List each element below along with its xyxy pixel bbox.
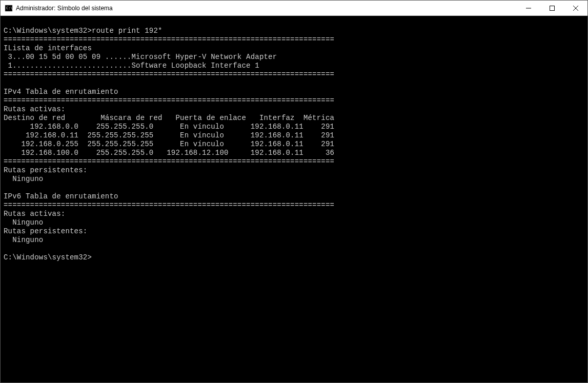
- separator: ========================================…: [4, 70, 334, 78]
- iface-row: 1...........................Software Loo…: [4, 62, 259, 70]
- none-text: Ninguno: [4, 236, 43, 244]
- route-row: 192.168.0.255 255.255.255.255 En vínculo…: [4, 140, 334, 148]
- separator: ========================================…: [4, 201, 334, 209]
- close-button[interactable]: [564, 1, 587, 15]
- routes-persist: Rutas persistentes:: [4, 166, 87, 174]
- ipv6-title: IPv6 Tabla de enrutamiento: [4, 192, 118, 200]
- none-text: Ninguno: [4, 218, 43, 227]
- separator: ========================================…: [4, 157, 334, 166]
- titlebar-left: C:\ Administrador: Símbolo del sistema: [1, 4, 113, 12]
- window-controls: [517, 1, 587, 15]
- ipv4-title: IPv4 Tabla de enrutamiento: [4, 88, 118, 96]
- prompt: C:\Windows\system32>: [4, 253, 92, 261]
- iface-header: ILista de interfaces: [4, 44, 92, 52]
- command-text: route print 192*: [92, 27, 163, 35]
- routes-persist: Rutas persistentes:: [4, 227, 87, 235]
- prompt: C:\Windows\system32>: [4, 27, 92, 35]
- routes-header: Destino de red Máscara de red Puerta de …: [4, 114, 334, 122]
- iface-row: 3...00 15 5d 00 05 09 ......Microsoft Hy…: [4, 53, 277, 61]
- none-text: Ninguno: [4, 175, 43, 183]
- prompt-line: C:\Windows\system32>route print 192*: [4, 27, 163, 35]
- routes-active: Rutas activas:: [4, 105, 65, 113]
- separator: ========================================…: [4, 35, 334, 44]
- console-output[interactable]: C:\Windows\system32>route print 192* ===…: [1, 16, 587, 382]
- maximize-button[interactable]: [540, 1, 564, 15]
- cmd-icon: C:\: [5, 4, 13, 12]
- route-row: 192.168.100.0 255.255.255.0 192.168.12.1…: [4, 149, 334, 157]
- routes-active: Rutas activas:: [4, 210, 65, 218]
- svg-text:C:\: C:\: [6, 6, 13, 10]
- window-title: Administrador: Símbolo del sistema: [16, 5, 113, 12]
- route-row: 192.168.0.0 255.255.255.0 En vínculo 192…: [4, 123, 334, 131]
- svg-rect-3: [550, 6, 555, 10]
- separator: ========================================…: [4, 96, 334, 105]
- minimize-button[interactable]: [517, 1, 540, 15]
- route-row: 192.168.0.11 255.255.255.255 En vínculo …: [4, 131, 334, 139]
- window-titlebar: C:\ Administrador: Símbolo del sistema: [1, 1, 587, 16]
